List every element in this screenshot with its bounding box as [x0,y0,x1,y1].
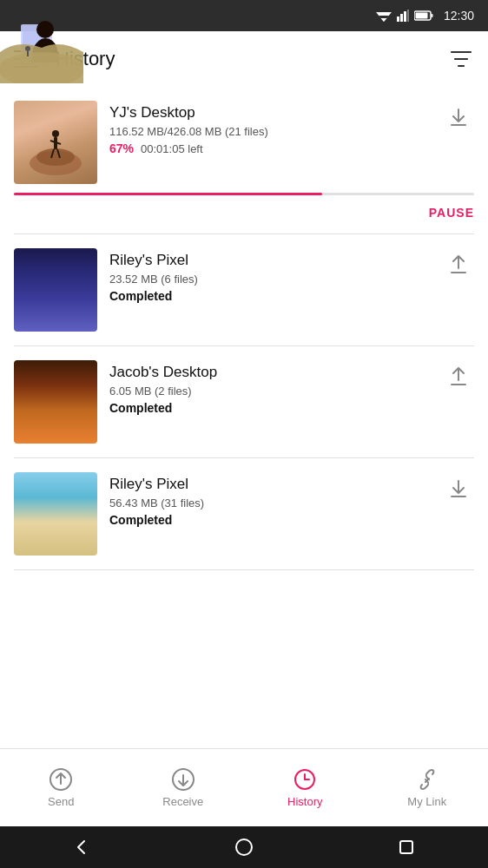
upload-action-button[interactable] [443,360,474,386]
item-percent: 67% [109,141,134,155]
svg-rect-3 [397,16,399,22]
svg-rect-8 [431,14,432,17]
item-info: YJ's Desktop 116.52 MB/426.08 MB (21 fil… [109,101,431,155]
download-action-button[interactable] [443,472,474,498]
svg-rect-4 [400,14,403,22]
svg-rect-39 [400,841,412,853]
item-status: Completed [109,289,431,303]
item-size: 116.52 MB/426.08 MB (21 files) [109,125,431,138]
battery-icon [414,10,433,21]
svg-point-12 [52,130,59,137]
nav-item-mylink[interactable]: My Link [366,767,489,808]
item-thumbnail [14,248,97,332]
pause-row: PAUSE [0,195,488,233]
progress-section [0,184,488,195]
list-item: Riley's Pixel 56.43 MB (31 files) Comple… [0,458,488,569]
svg-point-11 [36,148,75,166]
nav-label-history: History [287,795,322,808]
send-icon [49,767,73,792]
item-info: Riley's Pixel 56.43 MB (31 files) Comple… [109,472,431,527]
item-name: YJ's Desktop [109,104,431,122]
wifi-icon [376,10,392,22]
item-name: Riley's Pixel [109,476,431,493]
pause-button[interactable]: PAUSE [429,206,474,220]
upload-action-button[interactable] [443,248,474,274]
item-size: 56.43 MB (31 files) [109,496,431,510]
nav-label-mylink: My Link [407,795,446,808]
svg-rect-9 [415,13,427,19]
nav-label-receive: Receive [162,795,203,808]
download-action-button[interactable] [443,101,474,127]
svg-rect-5 [404,11,406,22]
recents-button[interactable] [397,838,416,857]
nav-item-send[interactable]: Send [0,767,122,808]
back-button[interactable] [72,838,91,857]
receive-icon [171,767,195,792]
item-info: Riley's Pixel 23.52 MB (6 files) Complet… [109,248,431,303]
bottom-nav: Send Receive History [0,748,488,826]
item-info: Jacob's Desktop 6.05 MB (2 files) Comple… [109,360,431,415]
history-icon [293,767,317,792]
system-nav [0,826,488,868]
page-title: History [56,48,448,70]
status-icons: 12:30 [376,9,474,23]
svg-marker-2 [380,18,386,22]
item-status: Completed [109,401,431,415]
item-time-left: 00:01:05 left [141,142,203,155]
status-time: 12:30 [444,9,474,23]
divider [14,569,474,570]
item-thumbnail [14,101,97,184]
home-button[interactable] [234,838,254,857]
item-thumbnail [14,360,97,444]
mylink-icon [415,767,439,792]
signal-icon [397,10,409,22]
svg-point-38 [236,839,252,855]
item-name: Riley's Pixel [109,252,431,269]
item-name: Jacob's Desktop [109,364,431,381]
list-item: YJ's Desktop 116.52 MB/426.08 MB (21 fil… [0,87,488,184]
nav-item-history[interactable]: History [244,767,366,808]
list-item: Riley's Pixel 23.52 MB (6 files) Complet… [0,234,488,345]
item-thumbnail [14,472,97,556]
filter-icon[interactable] [448,46,474,72]
downloads-list: YJ's Desktop 116.52 MB/426.08 MB (21 fil… [0,87,488,748]
svg-rect-6 [407,10,409,22]
item-size: 23.52 MB (6 files) [109,273,431,286]
nav-label-send: Send [48,795,74,808]
item-size: 6.05 MB (2 files) [109,385,431,398]
nav-item-receive[interactable]: Receive [122,767,245,808]
list-item: Jacob's Desktop 6.05 MB (2 files) Comple… [0,346,488,457]
item-status: Completed [109,513,431,527]
